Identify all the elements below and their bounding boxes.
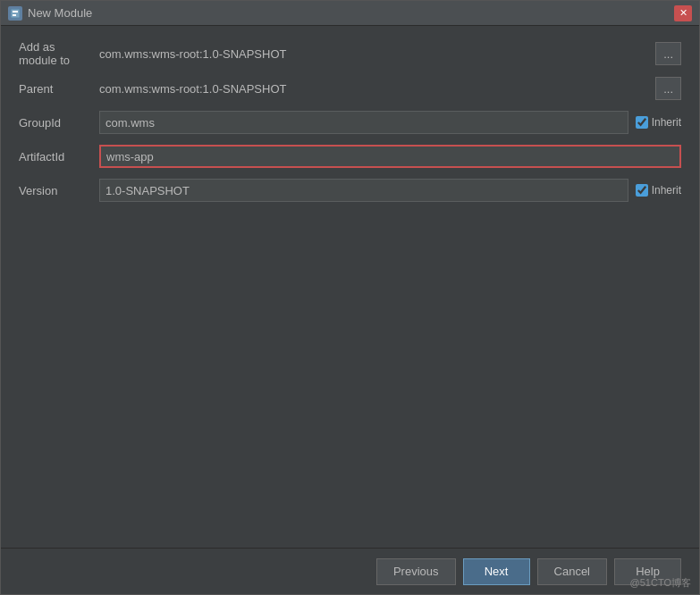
add-module-value: com.wms:wms-root:1.0-SNAPSHOT — [99, 47, 650, 61]
parent-value: com.wms:wms-root:1.0-SNAPSHOT — [99, 82, 650, 96]
add-module-row: Add as module to com.wms:wms-root:1.0-SN… — [19, 40, 681, 67]
parent-row: Parent com.wms:wms-root:1.0-SNAPSHOT ... — [19, 76, 681, 101]
version-inherit-wrapper: Inherit — [636, 184, 681, 197]
svg-rect-2 — [13, 14, 16, 16]
watermark: @51CTO博客 — [630, 576, 691, 590]
version-label: Version — [19, 184, 99, 197]
artifact-id-label: ArtifactId — [19, 150, 99, 163]
window-title: New Module — [28, 6, 674, 20]
parent-browse-button[interactable]: ... — [655, 77, 681, 100]
add-module-label: Add as module to — [19, 40, 99, 67]
close-button[interactable]: ✕ — [674, 5, 692, 21]
group-id-row: GroupId Inherit — [19, 110, 681, 135]
artifact-id-input[interactable] — [99, 145, 681, 168]
group-id-label: GroupId — [19, 116, 99, 130]
group-id-input[interactable] — [99, 111, 628, 134]
group-id-inherit-label: Inherit — [652, 116, 681, 129]
parent-label: Parent — [19, 82, 99, 96]
version-inherit-label: Inherit — [652, 184, 681, 197]
footer: Previous Next Cancel Help — [1, 548, 699, 594]
previous-button[interactable]: Previous — [376, 558, 456, 585]
cancel-button[interactable]: Cancel — [537, 558, 607, 585]
group-id-inherit-wrapper: Inherit — [636, 116, 681, 129]
group-id-inherit-checkbox[interactable] — [636, 116, 648, 129]
version-row: Version Inherit — [19, 178, 681, 203]
form-content: Add as module to com.wms:wms-root:1.0-SN… — [1, 26, 699, 548]
version-input[interactable] — [99, 179, 628, 202]
version-inherit-checkbox[interactable] — [636, 184, 648, 197]
next-button[interactable]: Next — [463, 558, 530, 585]
window-icon — [8, 6, 22, 21]
svg-rect-0 — [11, 9, 20, 18]
new-module-window: New Module ✕ Add as module to com.wms:wm… — [0, 0, 700, 595]
svg-rect-1 — [13, 11, 18, 13]
title-bar: New Module ✕ — [1, 1, 699, 26]
add-module-browse-button[interactable]: ... — [655, 42, 681, 65]
artifact-id-row: ArtifactId — [19, 144, 681, 169]
